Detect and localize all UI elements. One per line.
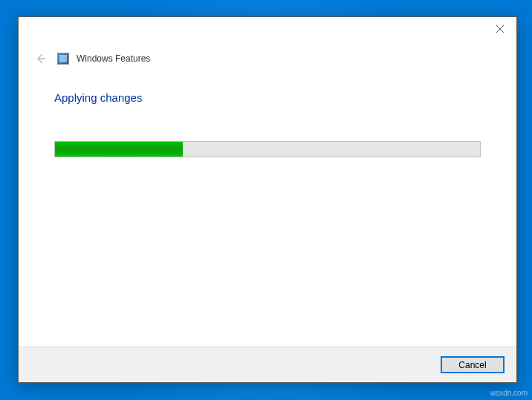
dialog-header: Windows Features — [19, 17, 516, 66]
progress-fill — [55, 142, 183, 157]
status-heading: Applying changes — [54, 91, 481, 104]
cancel-button[interactable]: Cancel — [441, 356, 505, 373]
close-icon — [496, 25, 504, 33]
watermark: wsxdn.com — [490, 389, 528, 397]
back-button — [33, 51, 48, 66]
dialog-title: Windows Features — [77, 53, 150, 64]
close-button[interactable] — [490, 22, 510, 36]
windows-features-dialog: Windows Features Applying changes Cancel — [18, 16, 517, 383]
back-arrow-icon — [35, 53, 47, 65]
windows-features-icon — [57, 53, 69, 65]
button-bar: Cancel — [19, 347, 516, 382]
progress-bar — [54, 141, 481, 157]
dialog-content: Applying changes — [19, 66, 516, 347]
